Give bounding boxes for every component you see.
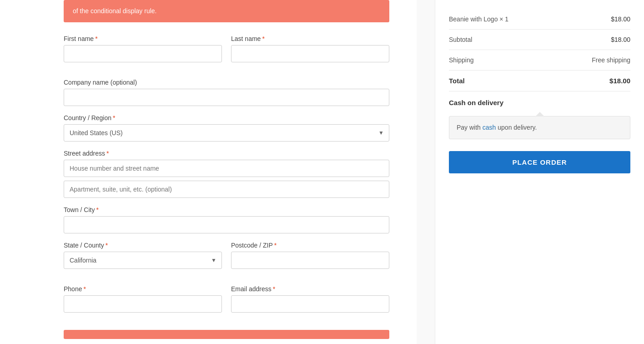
last-name-label: Last name*: [231, 35, 389, 42]
state-county-label: State / County*: [64, 242, 222, 249]
company-name-input[interactable]: [64, 89, 389, 106]
order-shipping-label: Shipping: [449, 56, 474, 64]
email-address-input[interactable]: [231, 295, 389, 313]
bottom-bar: [64, 330, 389, 339]
order-item-row: Beanie with Logo × 1 $18.00: [449, 9, 630, 30]
town-city-label: Town / City*: [64, 206, 389, 213]
order-item-name: Beanie with Logo × 1: [449, 15, 508, 23]
street-address-label: Street address*: [64, 150, 389, 157]
cod-title: Cash on delivery: [449, 99, 630, 106]
postcode-zip-input[interactable]: [231, 252, 389, 269]
cod-arrow-icon: [449, 112, 630, 116]
cod-description: Pay with cash upon delivery.: [449, 116, 630, 139]
street-address-line2-input[interactable]: [64, 181, 389, 198]
town-city-input[interactable]: [64, 216, 389, 233]
email-address-label: Email address*: [231, 285, 389, 293]
first-name-input[interactable]: [64, 45, 222, 62]
order-item-price: $18.00: [611, 15, 630, 23]
phone-label: Phone*: [64, 285, 222, 293]
order-subtotal-label: Subtotal: [449, 36, 472, 43]
first-name-label: First name*: [64, 35, 222, 42]
order-shipping-value: Free shipping: [592, 56, 630, 64]
order-subtotal-row: Subtotal $18.00: [449, 30, 630, 50]
state-county-select[interactable]: AlabamaAlaskaArizonaArkansasCaliforniaCo…: [64, 252, 222, 269]
country-region-select[interactable]: United States (US) Canada United Kingdom…: [64, 124, 389, 142]
order-total-label: Total: [449, 77, 465, 85]
company-name-label: Company name (optional): [64, 79, 389, 86]
order-total-row: Total $18.00: [449, 71, 630, 91]
place-order-button[interactable]: PLACE ORDER: [449, 151, 630, 173]
country-region-label: Country / Region*: [64, 114, 389, 121]
last-name-input[interactable]: [231, 45, 389, 62]
phone-input[interactable]: [64, 295, 222, 313]
street-address-line1-input[interactable]: [64, 160, 389, 177]
order-total-value: $18.00: [609, 77, 630, 85]
alert-banner: of the conditional display rule.: [64, 0, 389, 22]
order-subtotal-value: $18.00: [611, 36, 630, 43]
postcode-zip-label: Postcode / ZIP*: [231, 242, 389, 249]
order-shipping-row: Shipping Free shipping: [449, 50, 630, 71]
cod-section: Cash on delivery Pay with cash upon deli…: [449, 91, 630, 143]
